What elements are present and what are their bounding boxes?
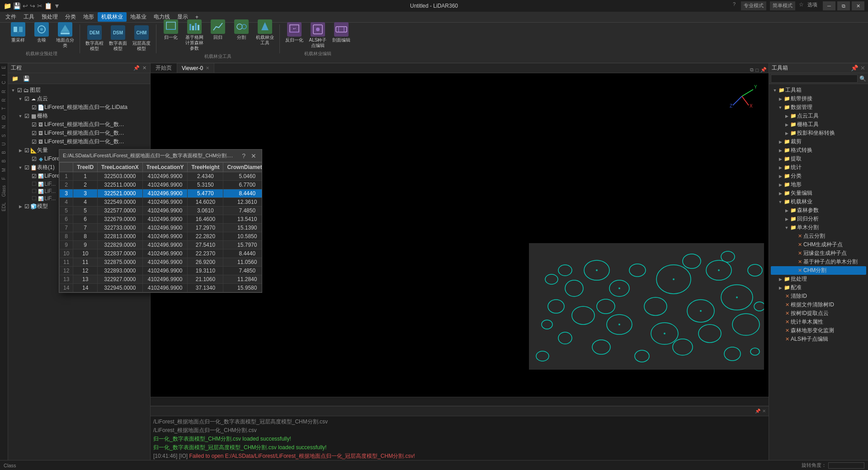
tree-node-pointcloud[interactable]: ▼ ☑ ☁ 点云	[10, 94, 148, 103]
restore-button[interactable]: ⧉	[837, 1, 850, 10]
resample-btn[interactable]: ↕ 重采样	[7, 21, 29, 50]
table-row[interactable]: 3 3 322521.0000 4102496.9900 5.4770 8.44…	[60, 189, 262, 198]
tab-viewer0[interactable]: Viewer-0 ✕	[177, 63, 214, 73]
menu-airborne-forestry[interactable]: 机载林业	[98, 12, 127, 22]
toolbox-item-data[interactable]: ▼ 📁 数据管理	[771, 103, 866, 112]
star-btn[interactable]: ☆	[799, 1, 804, 10]
table-row[interactable]: 5 5 322577.0000 4102496.9900 3.0610 7.48…	[60, 207, 262, 215]
check-icon[interactable]: ☐	[31, 188, 37, 194]
minimize-button[interactable]: ─	[823, 1, 835, 10]
check-icon[interactable]: ☐	[31, 195, 37, 202]
denoise-btn[interactable]: 去噪	[31, 21, 52, 50]
table-row[interactable]: 10 10 322837.0000 4102496.9900 22.2370 8…	[60, 249, 262, 258]
check-icon[interactable]: ☑	[24, 113, 30, 119]
pro-mode-btn[interactable]: 专业模式	[741, 1, 766, 10]
denormalize-btn[interactable]: ↩ 反归一化	[283, 21, 305, 50]
col-locationy[interactable]: TreeLocationY	[142, 163, 188, 172]
table-row[interactable]: 9 9 322829.0000 4102496.9900 27.5410 15.…	[60, 241, 262, 249]
tree-node-raster1[interactable]: ☑ 🖼 LiForest_根据地面点归一化_数字表面模型_冠层...	[10, 120, 148, 129]
menu-tools[interactable]: 工具	[20, 12, 38, 22]
expand-icon[interactable]: ▶	[17, 204, 24, 209]
toolbox-item-chm-segment[interactable]: ✕ CHM分割	[771, 266, 866, 275]
log-close-btn[interactable]: ✕	[762, 409, 766, 414]
toolbox-pin-btn[interactable]: 📌	[851, 65, 859, 71]
tab-pin-btn[interactable]: 📌	[760, 67, 767, 73]
check-icon[interactable]: ☑	[31, 156, 37, 162]
toolbox-item-clip[interactable]: ▶ 📁 裁剪	[771, 137, 866, 146]
toolbox-item-stats[interactable]: ▶ 📁 统计	[771, 163, 866, 172]
window-controls[interactable]: ? 专业模式 简单模式 ☆ 选项 ─ ⧉ ✕	[733, 1, 864, 10]
chm-btn[interactable]: CHM 冠层高度模型	[131, 24, 152, 53]
csv-dialog-titlebar[interactable]: E:/ALSData/LiForest/LiForest_根据地面点归一化_数字…	[59, 150, 262, 162]
panel-pin-btn[interactable]: 📌	[132, 65, 141, 71]
csv-close-btn[interactable]: ✕	[249, 152, 258, 160]
table-row[interactable]: 12 12 322893.0000 4102496.9900 19.3110 7…	[60, 267, 262, 275]
save-project-btn[interactable]: 💾	[21, 75, 32, 83]
menu-preprocess[interactable]: 预处理	[38, 12, 61, 22]
toolbox-item-alsedit[interactable]: ✕ ALS种子点编辑	[771, 335, 866, 343]
toolbox-controls[interactable]: 📌 ✕	[851, 65, 865, 71]
forest-params-btn[interactable]: 基于格网计算森林参数	[184, 18, 205, 52]
toolbox-search-input[interactable]	[771, 75, 858, 83]
tab-maximize-btn[interactable]: □	[755, 67, 759, 73]
tab-float-btn[interactable]: ⧉	[750, 67, 754, 73]
toolbox-item-regression[interactable]: ▶ 📁 回归分析	[771, 215, 866, 223]
regression-btn[interactable]: 回归	[207, 18, 229, 52]
check-icon[interactable]: ☑	[31, 139, 37, 145]
col-treeid[interactable]: TreeID	[73, 163, 98, 172]
toolbox-item-pc-segment[interactable]: ✕ 点云分割	[771, 232, 866, 240]
als-seed-edit-btn[interactable]: ALS种子点编辑	[307, 21, 329, 50]
options-btn[interactable]: 选项	[807, 1, 817, 10]
expand-icon[interactable]: ▶	[17, 148, 24, 153]
check-icon[interactable]: ☐	[31, 181, 37, 187]
log-pin-btn[interactable]: 📌	[755, 409, 760, 414]
check-icon[interactable]: ☑	[31, 130, 37, 136]
toolbox-item-batch[interactable]: ▶ 📁 批处理	[771, 275, 866, 283]
tree-node-lidata[interactable]: ☑ 📄 LiForest_根据地面点归一化.LiData	[10, 103, 148, 112]
normalize-btn[interactable]: 归一化	[160, 18, 182, 52]
toolbox-item-fileid[interactable]: ✕ 根据文件清除树ID	[771, 301, 866, 309]
toolbox-item-removeid[interactable]: ✕ 清除ID	[771, 292, 866, 301]
dem-btn[interactable]: DEM 数字高程模型	[84, 24, 105, 53]
tab-start[interactable]: 开始页	[151, 63, 177, 73]
table-row[interactable]: 8 8 322813.0000 4102496.9900 22.2820 10.…	[60, 232, 262, 241]
table-row[interactable]: 7 7 322733.0000 4102496.9900 17.2970 15.…	[60, 224, 262, 232]
check-icon[interactable]: ☑	[31, 173, 37, 179]
table-row[interactable]: 11 11 322875.0000 4102496.9900 26.9200 1…	[60, 258, 262, 267]
toolbox-item-treeattr[interactable]: ✕ 统计单木属性	[771, 318, 866, 326]
toolbox-item-terrain[interactable]: ▶ 📁 地形	[771, 180, 866, 189]
col-locationx[interactable]: TreeLocationX	[98, 163, 143, 172]
expand-icon[interactable]: ▼	[17, 97, 24, 101]
ground-classify-btn[interactable]: 地面点分类	[54, 21, 76, 50]
menu-file[interactable]: 文件	[2, 12, 20, 22]
profile-edit-btn[interactable]: 剖面编辑	[330, 21, 352, 50]
check-icon[interactable]: ☑	[24, 164, 30, 171]
panel-close-btn[interactable]: ✕	[142, 65, 147, 71]
toolbox-item-format[interactable]: ▶ 📁 格式转换	[771, 146, 866, 155]
expand-icon[interactable]: ▼	[17, 165, 24, 170]
table-row[interactable]: 2 2 322511.0000 4102496.9900 5.3150 6.77…	[60, 181, 262, 189]
menu-classify[interactable]: 分类	[61, 12, 80, 22]
col-diameter[interactable]: CrownDiameter	[223, 163, 262, 172]
tree-node-raster[interactable]: ▼ ☑ ▦ 栅格	[10, 112, 148, 120]
toolbox-item-chm-seed[interactable]: ✕ CHM生成种子点	[771, 240, 866, 249]
check-icon[interactable]: ☑	[24, 203, 30, 210]
table-row[interactable]: 13 13 322927.0000 4102496.9900 21.1060 1…	[60, 275, 262, 284]
toolbox-item-extract[interactable]: ▶ 📁 提取	[771, 155, 866, 163]
toolbox-item-single-tree[interactable]: ▼ 📁 单木分割	[771, 223, 866, 232]
toolbox-item-crown-seed[interactable]: ✕ 冠缘盆生成种子点	[771, 249, 866, 258]
toolbox-item-extractpc[interactable]: ✕ 按树ID提取点云	[771, 309, 866, 318]
expand-icon[interactable]: ▼	[10, 88, 16, 93]
segment-btn[interactable]: 分割	[231, 18, 252, 52]
panel-controls[interactable]: 📌 ✕	[132, 65, 147, 71]
tree-node-raster3[interactable]: ☑ 🖼 LiForest_根据地面点归一化_数字高程模型.tif	[10, 137, 148, 146]
check-icon[interactable]: ☑	[31, 104, 37, 111]
menu-terrain[interactable]: 地形	[80, 12, 98, 22]
table-row[interactable]: 4 4 322549.0000 4102496.9900 14.6020 12.…	[60, 198, 262, 207]
tree-node-raster2[interactable]: ☑ 🖼 LiForest_根据地面点归一化_数字表面模型.tif	[10, 129, 148, 137]
csv-table-container[interactable]: TreeID TreeLocationX TreeLocationY TreeH…	[59, 162, 262, 292]
toolbox-root[interactable]: ▼ 📁 工具箱	[771, 86, 866, 94]
menu-ground-forestry[interactable]: 地基业	[127, 12, 150, 22]
toolbox-item-vector[interactable]: ▶ 📁 矢量编辑	[771, 189, 866, 197]
add-layer-btn[interactable]: 📁	[10, 75, 20, 83]
